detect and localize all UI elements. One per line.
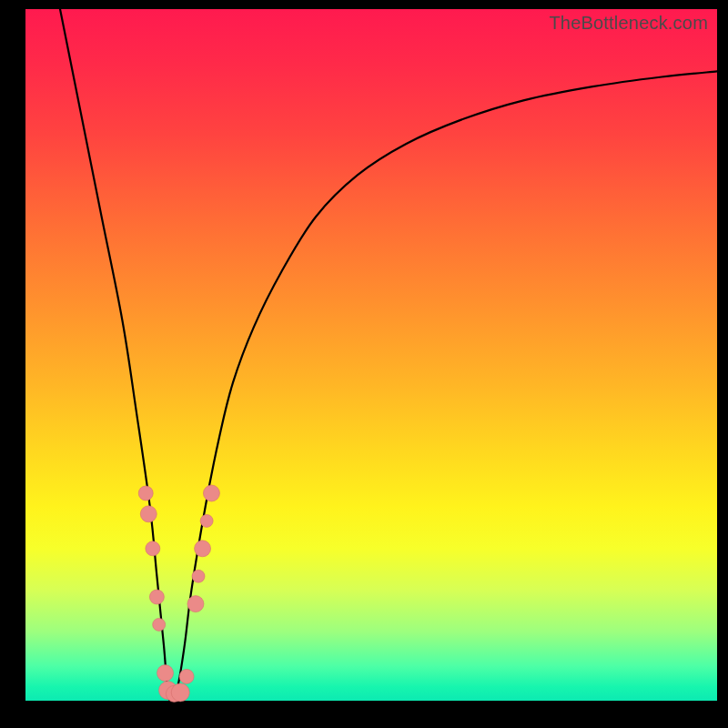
- data-marker: [157, 665, 174, 682]
- plot-area: TheBottleneck.com: [25, 9, 717, 701]
- data-marker: [171, 683, 189, 702]
- marker-layer: [138, 485, 219, 702]
- data-marker: [153, 618, 166, 631]
- data-marker: [195, 541, 211, 557]
- data-marker: [149, 590, 164, 604]
- data-marker: [200, 514, 213, 527]
- data-marker: [146, 541, 160, 556]
- data-marker: [192, 570, 205, 582]
- data-marker: [187, 596, 204, 612]
- data-marker: [203, 485, 219, 501]
- data-marker: [140, 506, 157, 522]
- data-marker: [138, 486, 153, 500]
- chart-frame: TheBottleneck.com: [0, 0, 728, 728]
- data-marker: [179, 669, 194, 683]
- bottleneck-curve-svg: [25, 9, 717, 701]
